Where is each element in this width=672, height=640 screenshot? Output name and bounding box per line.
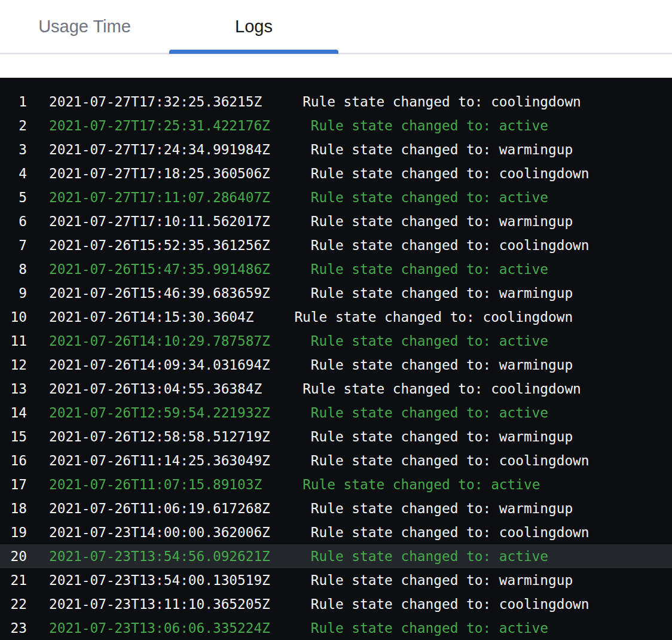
line-timestamp: 2021-07-26T13:04:55.36384Z	[49, 377, 262, 401]
line-message: Rule state changed to: active	[311, 185, 548, 209]
line-timestamp: 2021-07-26T11:14:25.363049Z	[49, 449, 270, 473]
line-timestamp: 2021-07-26T12:59:54.221932Z	[49, 401, 270, 425]
line-timestamp: 2021-07-23T13:54:56.092621Z	[49, 544, 270, 568]
line-number: 3	[0, 138, 27, 161]
tab-logs[interactable]: Logs	[169, 0, 338, 53]
line-message: Rule state changed to: active	[311, 616, 548, 640]
line-number: 6	[0, 209, 27, 233]
line-message: Rule state changed to: warmingup	[311, 353, 573, 377]
line-message: Rule state changed to: coolingdown	[311, 161, 589, 185]
log-row[interactable]: 9 2021-07-26T15:46:39.683659Z Rule state…	[0, 281, 672, 305]
log-row[interactable]: 18 2021-07-26T11:06:19.617268Z Rule stat…	[0, 496, 672, 520]
line-number: 15	[0, 425, 27, 449]
active-tab-indicator	[169, 50, 338, 54]
line-message: Rule state changed to: coolingdown	[311, 592, 589, 616]
line-message: Rule state changed to: warmingup	[311, 425, 573, 449]
line-number: 19	[0, 520, 27, 544]
line-number: 9	[0, 281, 27, 305]
log-row[interactable]: 12 2021-07-26T14:09:34.031694Z Rule stat…	[0, 353, 672, 377]
line-timestamp: 2021-07-26T15:46:39.683659Z	[49, 281, 270, 305]
log-row[interactable]: 11 2021-07-26T14:10:29.787587Z Rule stat…	[0, 329, 672, 353]
line-number: 21	[0, 568, 27, 592]
log-row[interactable]: 5 2021-07-27T17:11:07.286407Z Rule state…	[0, 185, 672, 209]
log-row[interactable]: 14 2021-07-26T12:59:54.221932Z Rule stat…	[0, 401, 672, 425]
line-timestamp: 2021-07-27T17:24:34.991984Z	[49, 138, 270, 161]
line-message: Rule state changed to: active	[311, 329, 548, 353]
tab-usage-time-label: Usage Time	[38, 17, 131, 36]
line-timestamp: 2021-07-26T14:15:30.3604Z	[49, 305, 253, 329]
log-row[interactable]: 6 2021-07-27T17:10:11.562017Z Rule state…	[0, 209, 672, 233]
line-message: Rule state changed to: active	[311, 544, 548, 568]
line-timestamp: 2021-07-27T17:32:25.36215Z	[49, 90, 262, 114]
line-number: 14	[0, 401, 27, 425]
line-timestamp: 2021-07-26T12:58:58.512719Z	[49, 425, 270, 449]
content-gap	[0, 54, 672, 78]
line-timestamp: 2021-07-27T17:18:25.360506Z	[49, 161, 270, 185]
log-row[interactable]: 19 2021-07-23T14:00:00.362006Z Rule stat…	[0, 520, 672, 544]
log-row[interactable]: 20 2021-07-23T13:54:56.092621Z Rule stat…	[0, 544, 672, 568]
line-number: 1	[0, 90, 27, 114]
line-timestamp: 2021-07-23T13:11:10.365205Z	[49, 592, 270, 616]
line-message: Rule state changed to: coolingdown	[311, 449, 589, 473]
log-row[interactable]: 17 2021-07-26T11:07:15.89103Z Rule state…	[0, 473, 672, 496]
line-number: 17	[0, 473, 27, 496]
log-row[interactable]: 4 2021-07-27T17:18:25.360506Z Rule state…	[0, 161, 672, 185]
line-message: Rule state changed to: warmingup	[311, 568, 573, 592]
log-panel: 1 2021-07-27T17:32:25.36215Z Rule state …	[0, 78, 672, 640]
line-timestamp: 2021-07-26T11:07:15.89103Z	[49, 473, 262, 496]
line-message: Rule state changed to: warmingup	[311, 138, 573, 161]
line-timestamp: 2021-07-23T13:54:00.130519Z	[49, 568, 270, 592]
line-message: Rule state changed to: warmingup	[311, 281, 573, 305]
tab-usage-time[interactable]: Usage Time	[0, 0, 169, 53]
line-message: Rule state changed to: warmingup	[311, 496, 573, 520]
line-timestamp: 2021-07-27T17:25:31.422176Z	[49, 114, 270, 138]
log-lines: 1 2021-07-27T17:32:25.36215Z Rule state …	[0, 90, 672, 640]
line-message: Rule state changed to: active	[311, 401, 548, 425]
line-message: Rule state changed to: coolingdown	[303, 377, 581, 401]
line-number: 13	[0, 377, 27, 401]
line-number: 10	[0, 305, 27, 329]
line-timestamp: 2021-07-27T17:11:07.286407Z	[49, 185, 270, 209]
line-number: 18	[0, 496, 27, 520]
log-row[interactable]: 10 2021-07-26T14:15:30.3604Z Rule state …	[0, 305, 672, 329]
line-timestamp: 2021-07-26T15:52:35.361256Z	[49, 233, 270, 257]
line-message: Rule state changed to: coolingdown	[311, 233, 589, 257]
line-timestamp: 2021-07-26T14:09:34.031694Z	[49, 353, 270, 377]
line-message: Rule state changed to: coolingdown	[303, 90, 581, 114]
line-number: 16	[0, 449, 27, 473]
line-message: Rule state changed to: active	[311, 257, 548, 281]
tab-bar: Usage Time Logs	[0, 0, 672, 54]
line-message: Rule state changed to: coolingdown	[311, 520, 589, 544]
line-timestamp: 2021-07-23T14:00:00.362006Z	[49, 520, 270, 544]
line-message: Rule state changed to: active	[311, 114, 548, 138]
log-row[interactable]: 13 2021-07-26T13:04:55.36384Z Rule state…	[0, 377, 672, 401]
log-row[interactable]: 21 2021-07-23T13:54:00.130519Z Rule stat…	[0, 568, 672, 592]
line-message: Rule state changed to: active	[303, 473, 540, 496]
line-number: 5	[0, 185, 27, 209]
log-row[interactable]: 22 2021-07-23T13:11:10.365205Z Rule stat…	[0, 592, 672, 616]
line-message: Rule state changed to: coolingdown	[294, 305, 573, 329]
line-timestamp: 2021-07-23T13:06:06.335224Z	[49, 616, 270, 640]
log-row[interactable]: 8 2021-07-26T15:47:35.991486Z Rule state…	[0, 257, 672, 281]
line-number: 8	[0, 257, 27, 281]
line-number: 22	[0, 592, 27, 616]
line-number: 20	[0, 544, 27, 568]
log-row[interactable]: 1 2021-07-27T17:32:25.36215Z Rule state …	[0, 90, 672, 114]
line-timestamp: 2021-07-27T17:10:11.562017Z	[49, 209, 270, 233]
log-row[interactable]: 23 2021-07-23T13:06:06.335224Z Rule stat…	[0, 616, 672, 640]
log-row[interactable]: 3 2021-07-27T17:24:34.991984Z Rule state…	[0, 138, 672, 161]
log-row[interactable]: 7 2021-07-26T15:52:35.361256Z Rule state…	[0, 233, 672, 257]
line-number: 11	[0, 329, 27, 353]
line-number: 12	[0, 353, 27, 377]
log-row[interactable]: 2 2021-07-27T17:25:31.422176Z Rule state…	[0, 114, 672, 138]
line-number: 7	[0, 233, 27, 257]
line-timestamp: 2021-07-26T15:47:35.991486Z	[49, 257, 270, 281]
log-row[interactable]: 16 2021-07-26T11:14:25.363049Z Rule stat…	[0, 449, 672, 473]
log-row[interactable]: 15 2021-07-26T12:58:58.512719Z Rule stat…	[0, 425, 672, 449]
line-number: 4	[0, 161, 27, 185]
line-number: 2	[0, 114, 27, 138]
tab-logs-label: Logs	[235, 17, 273, 36]
line-timestamp: 2021-07-26T11:06:19.617268Z	[49, 496, 270, 520]
line-message: Rule state changed to: warmingup	[311, 209, 573, 233]
line-timestamp: 2021-07-26T14:10:29.787587Z	[49, 329, 270, 353]
